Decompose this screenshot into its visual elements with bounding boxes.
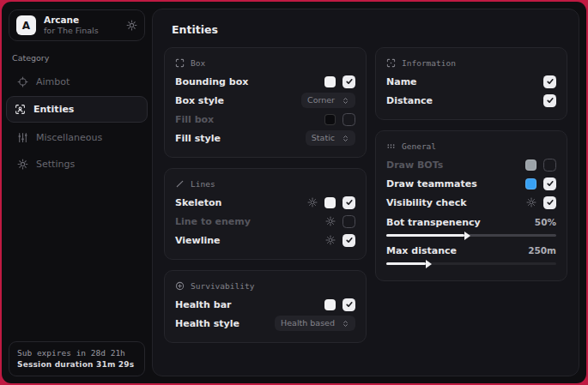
setting-label: Fill box	[175, 114, 214, 125]
draw-teammates-checkbox[interactable]	[543, 177, 556, 190]
entity-scan-icon	[15, 104, 26, 115]
viewline-checkbox[interactable]	[342, 234, 355, 247]
setting-row-skeleton: Skeleton	[175, 193, 355, 212]
app-window: A Arcane for The Finals Category	[2, 2, 586, 383]
setting-label: Skeleton	[175, 197, 221, 208]
gear-icon	[17, 159, 28, 170]
brand-subtitle: for The Finals	[44, 26, 99, 36]
fill-box-checkbox[interactable]	[342, 113, 355, 126]
box-corners-icon	[175, 58, 185, 68]
sidebar-item-label: Aimbot	[36, 76, 70, 87]
setting-row-draw-bots: Draw BOTs	[386, 155, 556, 174]
setting-label: Bounding box	[175, 76, 248, 87]
line-to-enemy-checkbox[interactable]	[342, 215, 355, 228]
slider-fill-thumb[interactable]	[386, 234, 464, 237]
setting-row-name: Name	[386, 72, 556, 91]
setting-row-visibility-check: Visibility check	[386, 193, 556, 212]
fill-style-dropdown[interactable]: Static	[306, 130, 355, 146]
lines-card-header: Lines	[175, 177, 355, 193]
color-swatch[interactable]	[324, 76, 336, 87]
box-style-dropdown[interactable]: Corner	[301, 93, 355, 108]
card-title: Lines	[191, 179, 215, 189]
card-title: Survivability	[191, 281, 254, 291]
health-style-dropdown[interactable]: Health based	[275, 316, 355, 331]
bounding-box-checkbox[interactable]	[342, 75, 355, 88]
setting-label: Health bar	[175, 299, 232, 310]
setting-row-draw-teammates: Draw teammates	[386, 174, 556, 193]
check-icon	[345, 198, 354, 207]
check-icon	[546, 96, 555, 105]
setting-label: Viewline	[175, 235, 221, 246]
survivability-card: Survivability Health bar Health style	[164, 270, 367, 343]
left-column: Box Bounding box Box style	[164, 47, 367, 343]
gear-icon[interactable]	[325, 235, 336, 245]
gear-icon[interactable]	[325, 216, 336, 226]
setting-row-distance: Distance	[386, 91, 556, 110]
color-swatch[interactable]	[525, 178, 536, 189]
draw-bots-checkbox[interactable]	[543, 159, 556, 171]
chevron-up-down-icon	[342, 320, 349, 328]
box-card: Box Bounding box Box style	[164, 47, 367, 158]
setting-row-box-style: Box style Corner	[175, 91, 355, 110]
setting-label: Draw teammates	[386, 178, 477, 189]
setting-label: Name	[386, 76, 417, 87]
bot-transparency-slider-group: Bot transpenency 50%	[386, 214, 556, 237]
color-swatch[interactable]	[525, 159, 536, 171]
color-swatch[interactable]	[324, 114, 336, 125]
session-duration-text: Session duration 31m 29s	[17, 360, 136, 369]
diagonal-line-icon	[175, 179, 185, 189]
setting-label: Draw BOTs	[386, 159, 443, 171]
sidebar: A Arcane for The Finals Category	[2, 2, 152, 383]
setting-label: Health style	[175, 318, 239, 329]
name-checkbox[interactable]	[543, 75, 556, 88]
max-distance-slider[interactable]	[386, 262, 556, 265]
page-title: Entities	[172, 23, 560, 36]
main-panel: Entities Box Bounding box	[152, 9, 579, 376]
survivability-card-header: Survivability	[175, 279, 355, 295]
visibility-check-checkbox[interactable]	[543, 196, 556, 209]
sidebar-item-aimbot[interactable]: Aimbot	[9, 69, 145, 94]
sidebar-item-label: Settings	[36, 159, 75, 170]
information-card: Information Name Distance	[375, 47, 567, 120]
slider-value: 250m	[528, 245, 556, 256]
slider-value: 50%	[535, 217, 556, 227]
sidebar-item-settings[interactable]: Settings	[9, 151, 145, 177]
brand-text: Arcane for The Finals	[44, 15, 99, 36]
general-card-header: General	[386, 139, 556, 155]
brand-name: Arcane	[44, 15, 99, 26]
setting-label: Visibility check	[386, 197, 467, 208]
sliders-icon	[17, 132, 28, 143]
setting-row-viewline: Viewline	[175, 231, 355, 250]
check-icon	[546, 179, 555, 188]
distance-checkbox[interactable]	[543, 94, 556, 107]
general-card: General Draw BOTs Draw teammates	[375, 130, 567, 281]
gear-icon[interactable]	[126, 20, 137, 31]
medical-cross-icon	[175, 281, 185, 291]
sidebar-item-entities[interactable]: Entities	[6, 96, 148, 123]
card-title: Box	[191, 58, 205, 68]
sidebar-nav: Aimbot Entities	[9, 69, 145, 177]
setting-row-fill-box: Fill box	[175, 110, 355, 129]
setting-row-health-bar: Health bar	[175, 295, 355, 314]
color-swatch[interactable]	[324, 299, 336, 310]
information-card-header: Information	[386, 56, 556, 72]
sidebar-item-miscellaneous[interactable]: Miscellaneous	[9, 124, 145, 150]
setting-row-bounding-box: Bounding box	[175, 72, 355, 91]
gear-icon[interactable]	[307, 197, 318, 208]
brand-card: A Arcane for The Finals	[9, 9, 145, 41]
crosshair-icon	[17, 76, 28, 87]
right-column: Information Name Distance	[375, 47, 567, 343]
setting-label: Box style	[175, 95, 224, 106]
check-icon	[345, 300, 354, 309]
bot-transparency-slider[interactable]	[386, 234, 556, 237]
check-icon	[345, 236, 354, 244]
gear-icon[interactable]	[526, 197, 536, 208]
dropdown-value: Health based	[281, 319, 335, 328]
skeleton-checkbox[interactable]	[342, 196, 355, 209]
dropdown-value: Static	[312, 134, 335, 142]
sub-expiry-text: Sub expires in 28d 21h	[17, 348, 136, 358]
slider-fill-thumb[interactable]	[386, 262, 426, 265]
color-swatch[interactable]	[324, 197, 336, 208]
subscription-card: Sub expires in 28d 21h Session duration …	[9, 341, 145, 376]
health-bar-checkbox[interactable]	[342, 298, 355, 311]
